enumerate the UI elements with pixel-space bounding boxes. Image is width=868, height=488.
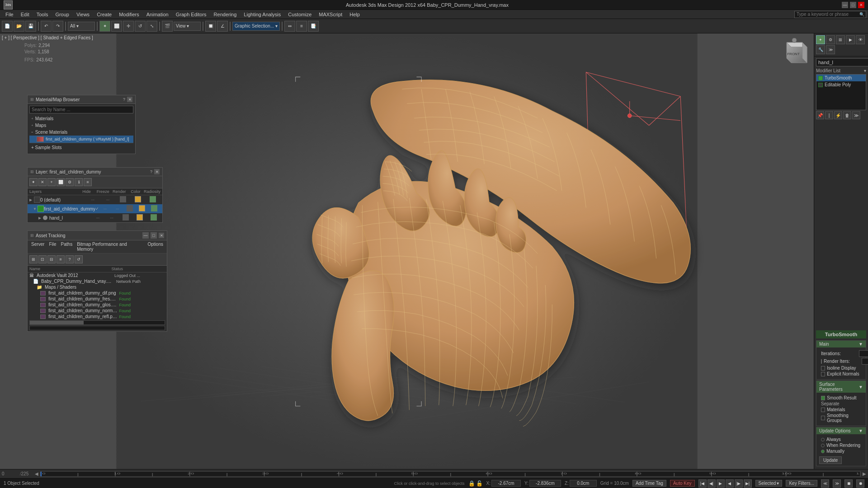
menu-help[interactable]: Help	[346, 11, 363, 18]
minimize-button[interactable]: —	[842, 2, 848, 8]
asset-menu-bitmap[interactable]: Bitmap Performance and Memory	[75, 241, 145, 252]
play-reverse-button[interactable]: ◀	[726, 479, 734, 488]
modifier-item-editablepoly[interactable]: Editable Poly	[816, 81, 866, 88]
configure-modifier-button[interactable]: ≫	[852, 111, 860, 119]
asset-menu-paths[interactable]: Paths	[59, 241, 75, 252]
layer-hide-hand-l[interactable]: ···	[91, 216, 105, 220]
mod-checkbox-turbosmooth[interactable]	[818, 76, 823, 80]
asset-row-refl[interactable]: first_aid_children_dummy_refl.png Found	[28, 314, 167, 319]
materials-section[interactable]: + Materials	[29, 115, 133, 122]
menu-customize[interactable]: Customize	[284, 11, 315, 18]
scene-materials-section[interactable]: − Scene Materials	[29, 129, 133, 136]
materials-checkbox[interactable]	[821, 408, 825, 412]
go-to-start-button[interactable]: |◀	[698, 479, 707, 488]
layer-select-objects-button[interactable]: ⬜	[57, 178, 65, 186]
timeline-prev-button[interactable]: ◀	[35, 471, 38, 476]
layer-row-hand-l[interactable]: ▶ hand_l ··· ···	[28, 213, 162, 222]
auto-key-button[interactable]: Auto Key	[670, 480, 695, 487]
unlock-icon[interactable]: 🔓	[476, 480, 483, 487]
named-selection-dropdown[interactable]: Graphic Selection... ▾	[232, 22, 280, 31]
mod-checkbox-editablepoly[interactable]	[818, 83, 823, 87]
select-tool-button[interactable]: ✦	[99, 21, 110, 32]
show-end-result-button[interactable]: |	[825, 111, 833, 119]
asset-tool-btn-3[interactable]: ⊟	[47, 255, 56, 263]
modify-panel-tab[interactable]: ⚙	[826, 35, 835, 44]
material-browser-close[interactable]: ✕	[127, 97, 132, 102]
scale-tool-button[interactable]: ⤡	[146, 21, 157, 32]
material-item-first-aid[interactable]: first_aid_children_dummy ( VRayMtl ) [ha…	[29, 136, 133, 143]
maximize-button[interactable]: □	[850, 2, 856, 8]
snap-toggle-button[interactable]: 🔲	[205, 21, 216, 32]
asset-menu-file[interactable]: File	[47, 241, 58, 252]
extra-playback-1[interactable]: ≪	[821, 479, 829, 488]
layer-color-first-aid[interactable]	[136, 205, 148, 212]
layer-hide-default[interactable]: ···	[85, 197, 100, 202]
hierarchy-panel-tab[interactable]: ⊞	[836, 35, 845, 44]
asset-tool-btn-4[interactable]: ≡	[57, 255, 65, 263]
key-filters-button[interactable]: Key Filters...	[786, 480, 817, 487]
explicit-normals-checkbox[interactable]	[821, 372, 825, 376]
asset-minimize-button[interactable]: —	[142, 232, 149, 239]
menu-animation[interactable]: Animation	[143, 11, 172, 18]
material-search-input[interactable]	[29, 106, 133, 113]
manually-radio[interactable]	[821, 450, 825, 453]
save-file-button[interactable]: 💾	[25, 21, 36, 32]
remove-modifier-button[interactable]: 🗑	[843, 111, 851, 119]
layer-hide-first-aid[interactable]: ···	[99, 206, 111, 211]
layer-properties-button[interactable]: ℹ	[75, 178, 83, 186]
always-radio[interactable]	[821, 438, 825, 441]
asset-row-maps[interactable]: 📁 Maps / Shaders	[28, 284, 167, 290]
extra-panel-btn[interactable]: ≫	[826, 45, 835, 54]
menu-views[interactable]: Views	[73, 11, 93, 18]
asset-row-fres[interactable]: first_aid_children_dummy_fres.png Found	[28, 296, 167, 302]
selected-dropdown[interactable]: Selected ▾	[755, 480, 783, 487]
smooth-result-checkbox[interactable]	[821, 396, 825, 400]
layer-radiosity-first-aid[interactable]	[148, 205, 160, 212]
pin-stack-button[interactable]: 📌	[816, 111, 824, 119]
menu-lighting-analysis[interactable]: Lighting Analysis	[240, 11, 284, 18]
surface-params-header[interactable]: Surface Parameters ▼	[816, 381, 866, 393]
layer-radiosity-default[interactable]	[146, 196, 160, 203]
layer-color-hand-l[interactable]	[133, 214, 147, 221]
layer-freeze-hand-l[interactable]: ···	[105, 216, 119, 220]
maps-section[interactable]: + Maps	[29, 122, 133, 129]
update-options-header[interactable]: Update Options ▼	[816, 427, 866, 434]
iterations-input[interactable]	[859, 350, 868, 357]
when-rendering-radio[interactable]	[821, 444, 825, 447]
asset-row-vault[interactable]: 🏛 Autodesk Vault 2012 Logged Out ...	[28, 272, 167, 278]
nav-cube[interactable]: FRONT	[780, 38, 809, 67]
add-time-tag-button[interactable]: Add Time Tag	[632, 480, 666, 487]
asset-row-dif[interactable]: first_aid_children_dummy_dif.png Found	[28, 290, 167, 296]
layer-window-header[interactable]: ⊞ Layer: first_aid_children_dummy ? ✕	[28, 168, 162, 176]
mirror-button[interactable]: ⇔	[284, 21, 295, 32]
asset-tracking-header[interactable]: ⊞ Asset Tracking — □ ✕	[28, 231, 167, 240]
new-file-button[interactable]: 📄	[2, 21, 13, 32]
modifier-list-dropdown[interactable]: ▾	[864, 68, 866, 73]
motion-panel-tab[interactable]: ▶	[846, 35, 855, 44]
extra-playback-3[interactable]: ⏹	[844, 479, 853, 488]
layer-freeze-default[interactable]: ···	[100, 197, 115, 202]
asset-scrollbar-thumb[interactable]	[30, 321, 84, 324]
layer-render-default[interactable]	[115, 196, 130, 203]
layer-row-first-aid[interactable]: ▼ first_aid_children_dummy ✓ ··· ···	[28, 204, 162, 213]
asset-help-btn[interactable]: ?	[66, 255, 74, 263]
asset-scrollbar[interactable]	[29, 320, 165, 325]
asset-row-glos[interactable]: first_aid_children_dummy_glos.png Found	[28, 302, 167, 308]
prev-frame-button[interactable]: ◀|	[708, 479, 716, 488]
extra-playback-2[interactable]: ≫	[833, 479, 841, 488]
menu-file[interactable]: File	[2, 11, 17, 18]
selection-mode-dropdown[interactable]: All ▾	[68, 22, 95, 31]
layer-add-selection-button[interactable]: +	[47, 178, 56, 186]
next-frame-button[interactable]: |▶	[735, 479, 743, 488]
object-name-input[interactable]	[816, 58, 868, 66]
menu-graph-editors[interactable]: Graph Editors	[172, 11, 210, 18]
display-panel-tab[interactable]: 👁	[856, 35, 865, 44]
make-unique-button[interactable]: ⚡	[834, 111, 842, 119]
smoothing-groups-checkbox[interactable]	[821, 416, 825, 420]
go-to-end-button[interactable]: ▶|	[744, 479, 752, 488]
asset-tool-btn-1[interactable]: ⊞	[29, 255, 38, 263]
layer-settings-button[interactable]: ⚙	[66, 178, 74, 186]
menu-rendering[interactable]: Rendering	[210, 11, 241, 18]
layer-color-default[interactable]	[131, 196, 146, 203]
layer-expand-first-aid[interactable]: ▼	[33, 207, 38, 211]
